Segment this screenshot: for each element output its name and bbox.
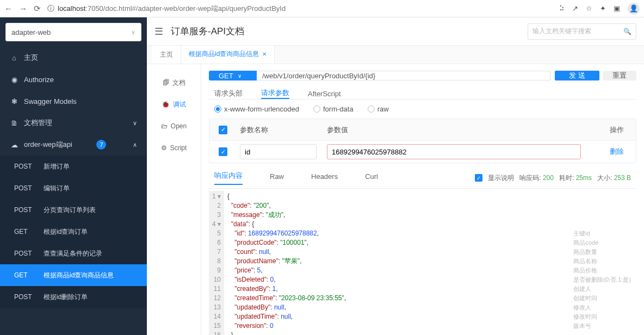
- method-label: POST: [14, 293, 36, 301]
- chevron-icon: ∧: [133, 141, 137, 148]
- reset-button[interactable]: 重置: [603, 71, 636, 80]
- subnav-item[interactable]: 🐞调试: [147, 94, 201, 115]
- nav-icon: ◉: [10, 76, 18, 84]
- tabs: 主页根据商品id查询商品信息✕: [147, 46, 644, 64]
- body-type-option[interactable]: form-data: [313, 105, 354, 113]
- param-row: ✓ 删除: [209, 141, 636, 163]
- browser-bar: ← → ⟳ ⓘ localhost:7050/doc.html#/adapter…: [0, 0, 644, 17]
- subnav-icon: ⚙: [161, 144, 167, 152]
- star-icon[interactable]: ☆: [586, 4, 592, 13]
- subnav-icon: 🗁: [161, 122, 168, 130]
- method-label: POST: [14, 163, 36, 170]
- method-label: POST: [14, 250, 36, 257]
- response-tab[interactable]: Raw: [270, 172, 284, 184]
- chevron-icon: ∨: [133, 120, 137, 127]
- subnav-item[interactable]: 🗐文档: [147, 72, 201, 94]
- param-tabs: 请求头部请求参数AfterScript: [209, 88, 636, 100]
- subnav-icon: 🐞: [162, 101, 170, 108]
- chevron-down-icon: ∨: [238, 73, 242, 79]
- extensions-icon[interactable]: ✦: [600, 4, 606, 13]
- avatar[interactable]: 👤: [628, 3, 640, 15]
- response-tab[interactable]: Curl: [365, 172, 378, 184]
- topbar: ☰ 订单服务-API文档 输入文档关键字搜索 🔍: [147, 17, 644, 46]
- response-body: 1 ▾234 ▾567891011121314151617 { "code": …: [209, 191, 636, 335]
- col-action: 操作: [598, 125, 636, 135]
- body-type-radios: x-www-form-urlencodedform-dataraw: [209, 100, 636, 119]
- share-icon[interactable]: ↗: [572, 4, 578, 13]
- col-name: 参数名称: [237, 125, 324, 135]
- subnav-icon: 🗐: [163, 79, 169, 86]
- api-item[interactable]: GET根据商品id查询商品信息: [0, 264, 147, 286]
- main: ☰ 订单服务-API文档 输入文档关键字搜索 🔍 主页根据商品id查询商品信息✕…: [147, 17, 644, 335]
- param-table: ✓ 参数名称 参数值 操作 ✓ 删除: [209, 119, 636, 163]
- response-tab[interactable]: 响应内容: [214, 171, 243, 185]
- search-icon: 🔍: [623, 28, 631, 35]
- api-item[interactable]: POST新增订单: [0, 156, 147, 177]
- param-value-input[interactable]: [327, 144, 581, 159]
- radio-icon: [214, 106, 221, 113]
- tab[interactable]: 根据商品id查询商品信息✕: [181, 46, 275, 64]
- param-tab[interactable]: AfterScript: [308, 88, 341, 99]
- nav-icon: ⌂: [10, 54, 18, 62]
- info-icon[interactable]: ⓘ: [47, 4, 54, 14]
- delete-link[interactable]: 删除: [598, 147, 636, 157]
- sidebar: adapter-web ∨ ⌂主页◉Authorize❃Swagger Mode…: [0, 17, 147, 335]
- subnav: 🗐文档🐞调试🗁Open⚙Script: [147, 64, 201, 335]
- col-value: 参数值: [324, 125, 598, 135]
- request-row: GET ∨ /web/v1/order/queryProductById/{id…: [209, 71, 636, 80]
- send-button[interactable]: 发 送: [555, 71, 599, 80]
- forward-icon[interactable]: →: [19, 4, 27, 13]
- api-item[interactable]: POST编辑订单: [0, 177, 147, 199]
- method-label: GET: [14, 271, 36, 279]
- reload-icon[interactable]: ⟳: [34, 4, 41, 14]
- checkbox[interactable]: ✓: [475, 174, 482, 182]
- api-item[interactable]: POST查查满足条件的记录: [0, 243, 147, 264]
- method-label: GET: [14, 228, 36, 235]
- response-meta: ✓ 显示说明 响应码: 200 耗时: 25ms 大小: 253 B: [475, 173, 631, 183]
- url-bar[interactable]: localhost:7050/doc.html#/adapter-web/ord…: [58, 4, 553, 14]
- tab[interactable]: 主页: [152, 46, 181, 64]
- body-type-option[interactable]: x-www-form-urlencoded: [214, 105, 299, 113]
- api-item[interactable]: GET根据id查询订单: [0, 221, 147, 243]
- checkbox[interactable]: ✓: [219, 147, 227, 156]
- sidebar-item[interactable]: ❃Swagger Models: [0, 90, 147, 112]
- sidebar-item[interactable]: ◉Authorize: [0, 69, 147, 90]
- subnav-item[interactable]: 🗁Open: [147, 115, 201, 137]
- page-title: 订单服务-API文档: [171, 25, 244, 38]
- sidebar-item[interactable]: ⌂主页: [0, 47, 147, 69]
- search-input[interactable]: 输入文档关键字搜索 🔍: [528, 23, 636, 40]
- response-tab[interactable]: Headers: [311, 172, 338, 184]
- menu-icon[interactable]: ☰: [154, 26, 163, 38]
- nav-icon: ☁: [10, 141, 18, 149]
- api-item[interactable]: POST根据id删除订单: [0, 286, 147, 308]
- response-tabs: 响应内容RawHeadersCurl ✓ 显示说明 响应码: 200 耗时: 2…: [209, 163, 636, 189]
- subnav-item[interactable]: ⚙Script: [147, 137, 201, 159]
- checkbox-all[interactable]: ✓: [219, 126, 227, 134]
- nav-icon: ❃: [10, 97, 18, 106]
- method-label: POST: [14, 206, 36, 214]
- method-label: POST: [14, 184, 36, 192]
- project-name: adapter-web: [11, 28, 51, 36]
- close-icon[interactable]: ✕: [262, 51, 267, 57]
- sidebar-item[interactable]: ☁order-wep端api7∧: [0, 134, 147, 156]
- method-select[interactable]: GET ∨: [209, 71, 257, 80]
- translate-icon[interactable]: ⠵: [559, 4, 565, 13]
- param-tab[interactable]: 请求参数: [261, 88, 289, 99]
- panel: GET ∨ /web/v1/order/queryProductById/{id…: [201, 64, 644, 335]
- radio-icon: [368, 106, 375, 113]
- chevron-down-icon: ∨: [131, 29, 135, 36]
- count-badge: 7: [96, 140, 106, 150]
- back-icon[interactable]: ←: [4, 4, 13, 13]
- param-name-input[interactable]: [240, 144, 317, 159]
- panel-icon[interactable]: ▣: [614, 4, 620, 13]
- nav-icon: 🗎: [10, 119, 18, 127]
- project-select[interactable]: adapter-web ∨: [5, 23, 141, 41]
- url-input[interactable]: /web/v1/order/queryProductById/{id}: [257, 71, 550, 80]
- sidebar-item[interactable]: 🗎文档管理∨: [0, 112, 147, 134]
- body-type-option[interactable]: raw: [368, 105, 389, 113]
- radio-icon: [313, 106, 320, 113]
- api-item[interactable]: POST分页查询订单列表: [0, 199, 147, 221]
- param-tab[interactable]: 请求头部: [214, 88, 243, 99]
